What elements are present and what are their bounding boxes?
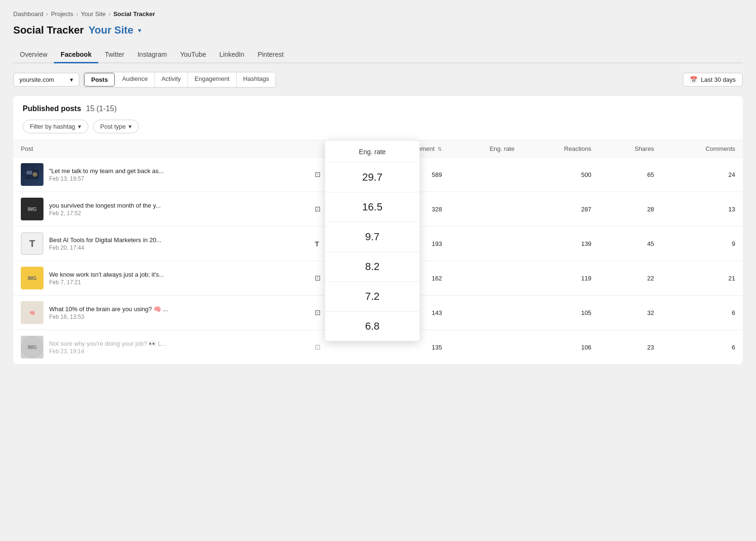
post-date-3: Feb 7, 17:21 [49, 279, 300, 286]
eng-rate-value-0: 29.7 [325, 163, 420, 192]
col-shares: Shares [599, 140, 662, 157]
date-range-button[interactable]: 📅 Last 30 days [683, 73, 743, 87]
svg-point-2 [33, 172, 37, 177]
tab-facebook[interactable]: Facebook [54, 47, 98, 63]
eng-rate-value-1: 16.5 [325, 192, 420, 222]
post-thumb-2: T [21, 232, 43, 255]
post-thumb-3: IMG [21, 267, 43, 289]
post-type-icon-3: ⊡ [315, 274, 321, 282]
site-name-chevron-icon[interactable]: ▾ [138, 26, 141, 34]
post-title-1: you survived the longest month of the y.… [49, 202, 191, 209]
eng-rate-value-2: 9.7 [325, 222, 420, 252]
controls-row: yoursite.com ▾ Posts Audience Activity E… [13, 72, 743, 87]
post-type-icon-1: ⊡ [315, 205, 321, 213]
eng-rate-cell-2 [449, 227, 522, 261]
post-type-icon-5: ⊡ [315, 343, 321, 351]
filter-post-type-chevron-icon: ▾ [129, 123, 132, 130]
tab-linkedin[interactable]: LinkedIn [213, 47, 251, 63]
shares-cell-4: 32 [599, 296, 662, 330]
tab-instagram[interactable]: Instagram [131, 47, 173, 63]
post-cell-5[interactable]: IMG Not sure why you're doing your job? … [13, 330, 307, 365]
post-text-4: What 10% of the brain are you using? 🧠 .… [49, 305, 300, 320]
tab-pinterest[interactable]: Pinterest [251, 47, 290, 63]
site-name-link[interactable]: Your Site [88, 24, 133, 36]
filter-hashtag-chevron-icon: ▾ [78, 123, 81, 130]
post-text-5: Not sure why you're doing your job? 👀 L.… [49, 340, 300, 355]
subtab-hashtags[interactable]: Hashtags [237, 72, 276, 87]
post-thumb-0 [21, 163, 43, 186]
eng-rate-cell-0 [449, 157, 522, 192]
col-comments: Comments [662, 140, 743, 157]
tab-twitter[interactable]: Twitter [98, 47, 131, 63]
eng-rate-cell-4 [449, 296, 522, 330]
posts-count: 15 (1-15) [86, 105, 117, 113]
site-select-chevron-icon: ▾ [70, 76, 73, 83]
filter-post-type-button[interactable]: Post type ▾ [93, 120, 139, 133]
eng-rate-cell-1 [449, 192, 522, 227]
post-text-3: We know work isn't always just a job; it… [49, 271, 300, 286]
eng-rate-overlay: Eng. rate 29.7 16.5 9.7 8.2 7.2 6.8 [325, 140, 420, 341]
post-thumb-4: 🧠 [21, 301, 43, 324]
comments-cell-3: 21 [662, 261, 743, 296]
page-title-row: Social Tracker Your Site ▾ [13, 24, 743, 36]
post-cell-3[interactable]: IMG We know work isn't always just a job… [13, 261, 307, 296]
panel-title: Published posts 15 (1-15) [23, 105, 733, 113]
post-title-5: Not sure why you're doing your job? 👀 L.… [49, 340, 191, 347]
reactions-cell-0: 500 [522, 157, 599, 192]
comments-cell-1: 13 [662, 192, 743, 227]
post-cell-2[interactable]: T Best AI Tools for Digital Marketers in… [13, 227, 307, 261]
post-cell-1[interactable]: IMG you survived the longest month of th… [13, 192, 307, 227]
comments-cell-2: 9 [662, 227, 743, 261]
svg-rect-1 [26, 171, 32, 175]
post-text-0: "Let me talk to my team and get back as.… [49, 167, 300, 182]
breadcrumb-your-site[interactable]: Your Site [81, 10, 105, 17]
sort-icon: ⇅ [438, 146, 442, 152]
filter-hashtag-label: Filter by hashtag [30, 123, 75, 130]
filter-hashtag-button[interactable]: Filter by hashtag ▾ [23, 120, 88, 133]
panel-filters: Filter by hashtag ▾ Post type ▾ [23, 120, 733, 133]
calendar-icon: 📅 [690, 76, 697, 83]
breadcrumb-projects[interactable]: Projects [51, 10, 73, 17]
sub-tabs: Posts Audience Activity Engagement Hasht… [83, 72, 276, 87]
site-select[interactable]: yoursite.com ▾ [13, 73, 79, 87]
controls-left: yoursite.com ▾ Posts Audience Activity E… [13, 72, 276, 87]
panel-header: Published posts 15 (1-15) Filter by hash… [13, 96, 743, 140]
reactions-cell-4: 105 [522, 296, 599, 330]
eng-rate-overlay-header: Eng. rate [325, 140, 420, 163]
eng-rate-value-3: 8.2 [325, 252, 420, 282]
subtab-engagement[interactable]: Engagement [188, 72, 237, 87]
post-text-1: you survived the longest month of the y.… [49, 202, 300, 217]
post-thumb-1: IMG [21, 198, 43, 220]
reactions-cell-1: 287 [522, 192, 599, 227]
tab-overview[interactable]: Overview [13, 47, 54, 63]
breadcrumb-dashboard[interactable]: Dashboard [13, 10, 43, 17]
comments-cell-4: 6 [662, 296, 743, 330]
post-cell-0[interactable]: "Let me talk to my team and get back as.… [13, 157, 307, 192]
post-type-icon-2: T [315, 240, 319, 248]
eng-rate-cell-3 [449, 261, 522, 296]
post-title-3: We know work isn't always just a job; it… [49, 271, 191, 278]
comments-cell-0: 24 [662, 157, 743, 192]
subtab-posts[interactable]: Posts [84, 73, 115, 87]
post-title-2: Best AI Tools for Digital Marketers in 2… [49, 236, 191, 244]
table-wrapper: Post Engagement ⇅ Eng. rate Reactions Sh… [13, 140, 743, 364]
post-date-2: Feb 20, 17:44 [49, 244, 300, 251]
page-title: Social Tracker [13, 24, 84, 36]
main-tabs: Overview Facebook Twitter Instagram YouT… [13, 47, 743, 63]
shares-cell-1: 28 [599, 192, 662, 227]
post-date-4: Feb 16, 13:53 [49, 314, 300, 320]
post-date-1: Feb 2, 17:52 [49, 210, 300, 217]
subtab-activity[interactable]: Activity [155, 72, 188, 87]
breadcrumb-current: Social Tracker [113, 10, 155, 17]
post-date-5: Feb 23, 19:14 [49, 348, 300, 355]
eng-rate-cell-5 [449, 330, 522, 365]
post-cell-4[interactable]: 🧠 What 10% of the brain are you using? 🧠… [13, 296, 307, 330]
content-panel: Published posts 15 (1-15) Filter by hash… [13, 96, 743, 364]
shares-cell-2: 45 [599, 227, 662, 261]
eng-rate-value-5: 6.8 [325, 312, 420, 341]
subtab-audience[interactable]: Audience [115, 72, 155, 87]
site-select-value: yoursite.com [19, 76, 54, 83]
tab-youtube[interactable]: YouTube [173, 47, 213, 63]
filter-post-type-label: Post type [100, 123, 126, 130]
col-post: Post [13, 140, 307, 157]
